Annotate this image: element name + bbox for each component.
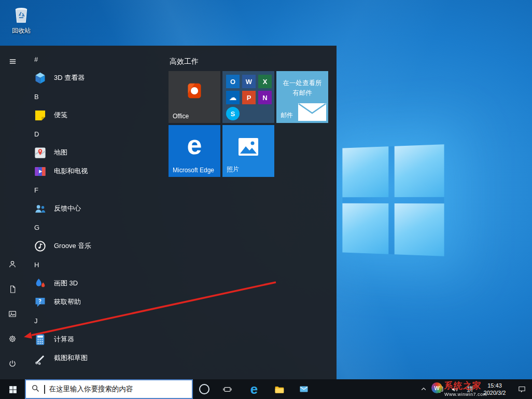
recycle-bin[interactable]: 回收站	[6, 4, 36, 35]
word-mini-icon[interactable]: W	[242, 75, 256, 88]
recycle-bin-label: 回收站	[6, 26, 36, 35]
app-list-item-calculator[interactable]: 计算器	[25, 330, 167, 349]
tile-label: Office	[173, 113, 189, 120]
feedback-hub-icon	[32, 201, 48, 216]
app-list-letter[interactable]: H	[25, 255, 167, 274]
edge-taskbar-button[interactable]: e	[243, 379, 265, 399]
app-label: 3D 查看器	[54, 73, 85, 82]
excel-mini-icon[interactable]: X	[258, 75, 272, 88]
tile-label: 邮件	[281, 111, 293, 120]
taskbar-search-box[interactable]: 在这里输入你要搜索的内容	[25, 379, 193, 399]
app-label: 地图	[54, 148, 67, 157]
app-list-item-groove-music[interactable]: Groove 音乐	[25, 237, 167, 255]
app-list-item-movies-tv[interactable]: 电影和电视	[25, 162, 167, 181]
app-list-letter[interactable]: J	[25, 311, 167, 330]
office-folder-grid: O W X ☁ P N S	[226, 75, 272, 120]
taskbar: 在这里输入你要搜索的内容 e 拼 15:43 2020/3/2	[0, 379, 532, 399]
taskbar-clock[interactable]: 15:43 2020/3/2	[478, 379, 511, 399]
tile-label: Microsoft Edge	[173, 167, 214, 174]
tile-group-title: 高效工作	[170, 57, 199, 66]
text-caret	[44, 385, 45, 394]
app-list-letter[interactable]: #	[25, 50, 167, 68]
outlook-mini-icon[interactable]: O	[226, 75, 240, 88]
paint-3d-icon	[32, 276, 48, 291]
app-list-item-3d-viewer[interactable]: 3D 查看器	[25, 68, 167, 87]
network-icon	[435, 385, 444, 394]
start-button[interactable]	[0, 379, 25, 399]
cortana-icon	[199, 384, 209, 394]
tile-microsoft-edge[interactable]: e Microsoft Edge	[169, 125, 220, 177]
recycle-bin-icon	[12, 17, 31, 25]
tray-chevron-up-button[interactable]	[416, 379, 431, 399]
network-icon-button[interactable]	[431, 379, 447, 399]
app-list-letter[interactable]: G	[25, 218, 167, 237]
movies-tv-icon	[32, 163, 48, 179]
ime-indicator[interactable]: 拼	[463, 379, 478, 399]
tiles-pane: 高效工作 Office O W X ☁ P N S	[169, 46, 337, 379]
app-list-item-paint-3d[interactable]: 画图 3D	[25, 274, 167, 293]
clock-time: 15:43	[487, 382, 502, 389]
app-label: 获取帮助	[54, 297, 81, 307]
windows-logo-pane	[342, 146, 388, 197]
action-center-button[interactable]	[511, 379, 532, 399]
app-label: Groove 音乐	[54, 241, 91, 251]
edge-logo-icon: e	[169, 129, 220, 160]
onenote-mini-icon[interactable]: N	[258, 91, 272, 104]
onedrive-mini-icon[interactable]: ☁	[226, 91, 240, 104]
user-account-button[interactable]	[0, 252, 25, 277]
tile-label: 照片	[227, 165, 239, 174]
app-list: # 3D 查看器 B 便笺 D 地图 电影和电视	[25, 46, 167, 379]
app-label: 电影和电视	[54, 167, 88, 176]
tile-office[interactable]: Office	[169, 71, 220, 123]
letter-label: F	[34, 186, 38, 194]
app-list-letter[interactable]: F	[25, 181, 167, 199]
letter-label: J	[34, 317, 38, 325]
skype-mini-icon[interactable]: S	[226, 107, 240, 120]
pictures-button[interactable]	[0, 301, 25, 326]
app-list-item-maps[interactable]: 地图	[25, 143, 167, 162]
folder-icon	[274, 384, 285, 395]
snip-sketch-icon	[32, 350, 48, 366]
rail-bottom-group	[0, 252, 25, 376]
3d-viewer-icon	[32, 70, 48, 86]
sticky-notes-icon	[32, 107, 48, 123]
app-list-item-snip-sketch[interactable]: 截图和草图	[25, 349, 167, 367]
office-logo-icon	[184, 80, 205, 103]
letter-label: B	[34, 93, 39, 101]
app-list-item-sticky-notes[interactable]: 便笺	[25, 106, 167, 125]
tile-office-folder[interactable]: O W X ☁ P N S	[222, 71, 274, 123]
mail-envelope-icon	[298, 103, 326, 123]
power-button[interactable]	[0, 351, 25, 376]
taskbar-buttons: e	[193, 379, 315, 399]
action-center-icon	[517, 385, 526, 394]
mail-taskbar-button[interactable]	[292, 379, 315, 399]
app-label: 便笺	[54, 111, 67, 120]
groove-music-icon	[32, 238, 48, 254]
letter-label: D	[34, 130, 39, 138]
windows-logo-pane	[395, 144, 444, 197]
photos-icon	[238, 137, 259, 158]
system-tray: 拼 15:43 2020/3/2	[416, 379, 532, 399]
clock-date: 2020/3/2	[484, 389, 506, 396]
start-menu-rail	[0, 46, 25, 379]
app-label: 截图和草图	[54, 353, 88, 363]
volume-icon-button[interactable]	[447, 379, 463, 399]
tile-mail[interactable]: 在一处查看所有邮件 邮件	[276, 71, 328, 123]
file-explorer-button[interactable]	[268, 379, 290, 399]
task-view-button[interactable]	[216, 379, 239, 399]
windows-logo-pane	[395, 203, 444, 256]
tile-photos[interactable]: 照片	[222, 125, 274, 177]
app-list-item-feedback-hub[interactable]: 反馈中心	[25, 199, 167, 218]
settings-button[interactable]	[0, 326, 25, 351]
get-help-icon	[32, 294, 48, 310]
letter-label: H	[34, 261, 39, 269]
app-list-letter[interactable]: D	[25, 125, 167, 143]
app-list-letter[interactable]: B	[25, 87, 167, 106]
cortana-button[interactable]	[193, 379, 216, 399]
app-label: 画图 3D	[54, 279, 78, 288]
documents-button[interactable]	[0, 277, 25, 301]
app-list-item-get-help[interactable]: 获取帮助	[25, 293, 167, 311]
powerpoint-mini-icon[interactable]: P	[242, 91, 256, 104]
menu-hamburger-button[interactable]	[0, 49, 25, 74]
calculator-icon	[32, 332, 48, 347]
